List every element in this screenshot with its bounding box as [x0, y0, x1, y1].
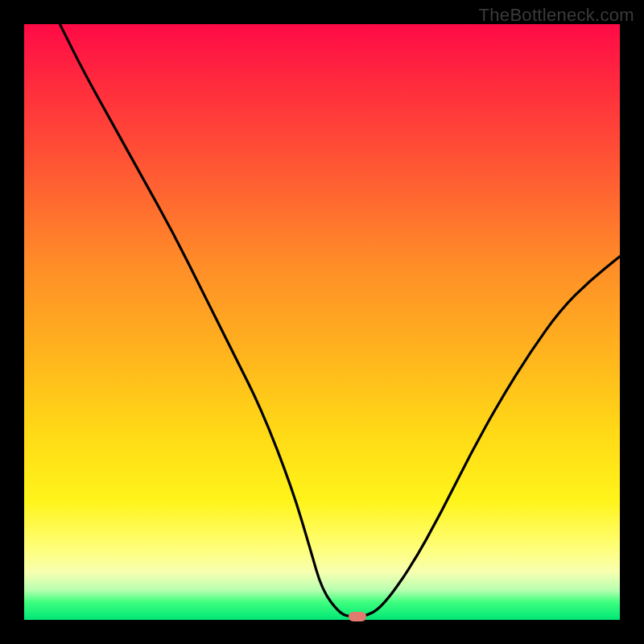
watermark-text: TheBottleneck.com: [479, 5, 634, 26]
chart-frame: TheBottleneck.com: [0, 0, 644, 644]
bottleneck-curve: [24, 24, 620, 620]
minimum-marker: [349, 612, 366, 621]
curve-path: [60, 24, 620, 617]
plot-area: [24, 24, 620, 620]
